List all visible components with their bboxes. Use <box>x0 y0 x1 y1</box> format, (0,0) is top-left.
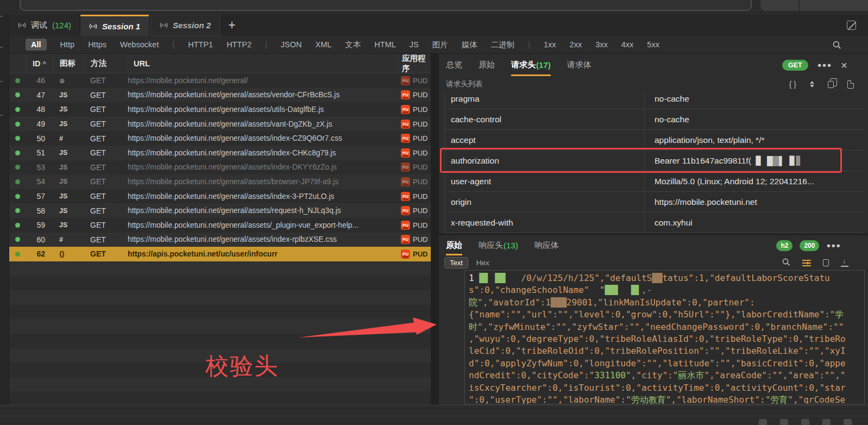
request-detail-tabs: 总览 原始 请求头(17) 请求体 GET ●●● × <box>439 54 868 76</box>
table-row[interactable]: 50 # GET https://mobile.pocketuni.net/ge… <box>9 131 431 146</box>
more-menu-icon[interactable]: ●●● <box>826 241 841 249</box>
view-text-button[interactable]: Text <box>444 257 468 268</box>
app-logo-icon: PU <box>401 249 410 259</box>
more-menu-icon[interactable]: ●●● <box>817 61 832 69</box>
row-type-icon: ⊕ <box>53 77 84 85</box>
app-logo-icon: PU <box>401 134 410 143</box>
search-icon[interactable] <box>832 40 841 49</box>
table-row[interactable]: 57 JS GET https://mobile.pocketuni.net/g… <box>9 189 431 204</box>
view-hex-button[interactable]: Hex <box>476 259 489 267</box>
table-row[interactable]: 54 JS GET https://mobile.pocketuni.net/g… <box>9 174 431 189</box>
filter-item[interactable]: HTML <box>374 40 395 49</box>
filter-item[interactable]: 图片 <box>432 40 448 50</box>
filter-item[interactable]: | <box>265 40 267 49</box>
tab-overview[interactable]: 总览 <box>446 54 462 76</box>
format-json-icon[interactable]: { } <box>789 80 796 89</box>
app-logo-icon: PU <box>401 90 410 99</box>
broadcast-icon <box>89 22 97 30</box>
tab-session-1[interactable]: Session 1 <box>80 15 149 36</box>
filter-item[interactable]: | <box>172 40 174 49</box>
header-value: com.xyhui <box>644 212 864 233</box>
sort-icon[interactable] <box>810 81 814 88</box>
copy-icon[interactable] <box>823 259 829 266</box>
response-body-line: {"name":"","url":"","level":0,"grow":0,"… <box>469 309 860 321</box>
copy-icon[interactable] <box>828 81 834 88</box>
filter-item[interactable]: 3xx <box>595 40 608 49</box>
response-body-line: d":0,"applyZyfwNum":0,"longitude":"","la… <box>469 358 860 370</box>
filter-item[interactable]: JSON <box>281 40 302 49</box>
tab-request-raw[interactable]: 原始 <box>479 54 495 76</box>
filter-item[interactable]: Websocket <box>120 40 159 49</box>
response-body-line: 1 █▋ ██ /0/w/125/h/125","defaultS██tatus… <box>469 272 860 284</box>
table-row[interactable]: 51 JS GET https://mobile.pocketuni.net/g… <box>9 146 431 160</box>
export-file-icon[interactable] <box>847 80 854 89</box>
filter-item[interactable]: | <box>528 40 530 49</box>
tab-session-2[interactable]: Session 2 <box>150 15 220 36</box>
tab-response-headers[interactable]: 响应头(13) <box>479 235 518 255</box>
filter-item[interactable]: HTTP1 <box>188 40 213 49</box>
response-body-line: isCxcyTearcher":0,"isTourist":0,"activit… <box>469 382 860 394</box>
response-body-line: ,"wuyu":0,"degreeType":0,"tribeRoleAlias… <box>469 333 860 345</box>
statusbar-icons[interactable] <box>759 419 852 425</box>
row-id: 49 <box>26 120 53 128</box>
table-row[interactable]: 59 JS GET https://mobile.pocketuni.net/g… <box>9 218 431 233</box>
column-status-dot <box>9 54 26 73</box>
filter-item[interactable]: 二进制 <box>491 40 515 50</box>
header-row[interactable]: x-requested-with com.xyhui <box>445 212 864 233</box>
table-row[interactable]: 62 {} GET https://apis.pocketuni.net/uc/… <box>9 247 431 261</box>
table-row[interactable]: 47 JS GET https://mobile.pocketuni.net/g… <box>9 88 431 103</box>
tab-debug[interactable]: 调试(124) <box>9 15 80 36</box>
filter-item[interactable]: Https <box>88 40 106 49</box>
row-id: 58 <box>26 207 53 215</box>
new-session-button[interactable]: + <box>220 15 243 36</box>
tab-request-body[interactable]: 请求体 <box>567 54 592 76</box>
edge-chevron-icon: › <box>0 46 5 48</box>
filter-item[interactable]: 1xx <box>544 40 556 49</box>
filter-item[interactable]: XML <box>316 40 332 49</box>
table-row[interactable]: 58 JS GET https://mobile.pocketuni.net/g… <box>9 203 431 218</box>
app-logo-icon: PU <box>401 120 410 129</box>
close-icon[interactable]: × <box>841 60 847 71</box>
download-icon[interactable] <box>841 259 848 267</box>
status-dot <box>9 92 26 97</box>
tab-response-body[interactable]: 响应体 <box>534 235 559 255</box>
header-row[interactable]: accept application/json, text/plain, */* <box>445 130 864 151</box>
header-row[interactable]: authorization Bearer 11b1647ac99811f( ▊ … <box>445 151 864 171</box>
column-url[interactable]: URL <box>128 54 398 73</box>
search-icon[interactable] <box>782 258 790 268</box>
row-url: https://mobile.pocketuni.net/general/ass… <box>128 178 398 186</box>
table-row[interactable]: 46 ⊕ GET https://mobile.pocketuni.net/ge… <box>9 73 431 88</box>
response-body-viewer[interactable]: 1 █▋ ██ /0/w/125/h/125","defaultS██tatus… <box>464 270 865 404</box>
filter-item[interactable]: All <box>26 39 47 51</box>
filter-item[interactable]: HTTP2 <box>227 40 251 49</box>
filter-item[interactable]: 媒体 <box>462 40 477 50</box>
row-id: 57 <box>26 192 53 201</box>
header-row[interactable]: user-agent Mozilla/5.0 (Linux; Android 1… <box>445 171 864 192</box>
column-app[interactable]: 应用程序 <box>398 54 431 73</box>
tab-response-raw[interactable]: 原始 <box>446 235 462 255</box>
filter-item[interactable]: 5xx <box>647 40 659 49</box>
toolbar-address-input[interactable] <box>20 0 752 11</box>
header-row[interactable]: origin https://mobile.pocketuni.net <box>445 192 864 212</box>
filter-item[interactable]: Http <box>60 40 75 49</box>
panel-splitter[interactable] <box>431 54 439 405</box>
header-row[interactable]: cache-control no-cache <box>445 109 864 130</box>
filter-item[interactable]: JS <box>410 40 419 49</box>
column-icon[interactable]: 图标 <box>53 54 84 73</box>
row-type-icon: JS <box>53 120 84 128</box>
session-tabstrip: 调试(124) Session 1 Session 2 + <box>9 15 868 36</box>
table-row[interactable]: 49 JS GET https://mobile.pocketuni.net/g… <box>9 117 431 132</box>
table-row[interactable]: 53 JS GET https://mobile.pocketuni.net/g… <box>9 160 431 175</box>
filter-item[interactable]: 4xx <box>621 40 634 49</box>
table-row[interactable]: 60 # GET https://mobile.pocketuni.net/ge… <box>9 233 431 247</box>
column-id[interactable]: ID^ <box>26 54 53 73</box>
toolbar-button-group[interactable] <box>760 0 868 11</box>
disable-capture-icon[interactable] <box>847 21 856 30</box>
filter-item[interactable]: 文本 <box>345 40 361 50</box>
tab-debug-count: (124) <box>52 21 71 30</box>
table-row[interactable]: 48 JS GET https://mobile.pocketuni.net/g… <box>9 102 431 117</box>
column-method[interactable]: 方法 <box>84 54 128 73</box>
word-wrap-icon[interactable] <box>802 259 811 266</box>
filter-item[interactable]: 2xx <box>570 40 582 49</box>
tab-request-headers[interactable]: 请求头(17) <box>511 54 551 76</box>
